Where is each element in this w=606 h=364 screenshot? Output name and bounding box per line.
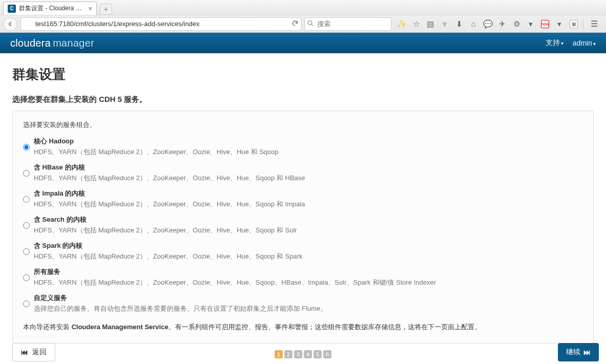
- option-title: 自定义服务: [34, 293, 583, 303]
- option-desc: 选择您自己的服务。将自动包含所选服务需要的服务。只有在设置了初始群集之后才能添加…: [34, 304, 583, 313]
- option-title: 含 HBase 的内核: [34, 163, 583, 172]
- option-all-services[interactable]: 所有服务 HDFS、YARN（包括 MapReduce 2）、ZooKeeper…: [23, 267, 583, 287]
- option-title: 所有服务: [34, 267, 583, 276]
- news-icon[interactable]: new: [540, 19, 550, 29]
- option-desc: HDFS、YARN（包括 MapReduce 2）、ZooKeeper、Oozi…: [34, 226, 583, 235]
- back-button[interactable]: ⏮ 返回: [12, 343, 55, 361]
- pocket-icon[interactable]: ▿: [440, 19, 450, 29]
- option-impala[interactable]: 含 Impala 的内核 HDFS、YARN（包括 MapReduce 2）、Z…: [23, 189, 583, 209]
- back-button[interactable]: [3, 17, 17, 31]
- option-desc: HDFS、YARN（包括 MapReduce 2）、ZooKeeper、Oozi…: [34, 200, 583, 209]
- option-title: 含 Spark 的内核: [34, 241, 583, 250]
- option-desc: HDFS、YARN（包括 MapReduce 2）、ZooKeeper、Oozi…: [34, 147, 583, 157]
- star-icon[interactable]: ☆: [411, 19, 421, 29]
- radio-all[interactable]: [23, 268, 30, 287]
- tab-title: 群集设置 - Cloudera Ma...: [19, 4, 85, 13]
- continue-button[interactable]: 继续 ⏭: [558, 343, 599, 361]
- close-tab-icon[interactable]: ×: [89, 5, 92, 12]
- addon-icon[interactable]: ⚙: [511, 19, 522, 29]
- home-icon[interactable]: ⌂: [468, 19, 479, 29]
- options-panel: 选择要安装的服务组合。 核心 Hadoop HDFS、YARN（包括 MapRe…: [12, 111, 594, 344]
- app-header: clouderamanager 支持▾ admin▾: [0, 33, 606, 53]
- option-title: 含 Impala 的内核: [34, 189, 583, 198]
- page-3[interactable]: 3: [294, 350, 302, 358]
- search-input[interactable]: [305, 17, 392, 31]
- option-desc: HDFS、YARN（包括 MapReduce 2）、ZooKeeper、Oozi…: [34, 174, 583, 183]
- send-icon[interactable]: ✈: [497, 19, 507, 29]
- page-subtitle: 选择您要在群集上安装的 CDH 5 服务。: [12, 95, 594, 104]
- dropdown-icon[interactable]: ▾: [526, 19, 536, 29]
- radio-custom[interactable]: [23, 294, 30, 313]
- option-spark[interactable]: 含 Spark 的内核 HDFS、YARN（包括 MapReduce 2）、Zo…: [23, 241, 583, 261]
- brand-logo[interactable]: clouderamanager: [10, 37, 94, 49]
- page-4[interactable]: 4: [304, 350, 312, 358]
- header-right: 支持▾ admin▾: [546, 38, 596, 48]
- url-bar: ✨ ☆ ▤ ▿ ⬇ ⌂ 💬 ✈ ⚙ ▾ new ▾ ▦ ☰: [0, 15, 606, 32]
- continue-icon: ⏭: [583, 348, 591, 356]
- divider: [583, 19, 583, 29]
- option-custom[interactable]: 自定义服务 选择您自己的服务。将自动包含所选服务需要的服务。只有在设置了初始群集…: [23, 293, 583, 313]
- browser-tab[interactable]: C 群集设置 - Cloudera Ma... ×: [3, 2, 97, 15]
- radio-core-hadoop[interactable]: [23, 138, 30, 157]
- radio-impala[interactable]: [23, 190, 30, 209]
- page-6[interactable]: 6: [323, 350, 332, 358]
- radio-search[interactable]: [23, 216, 30, 235]
- extension-icon[interactable]: ✨: [397, 19, 407, 29]
- page-1[interactable]: 1: [275, 350, 283, 358]
- box-icon[interactable]: ▦: [569, 19, 579, 29]
- page-2[interactable]: 2: [285, 350, 293, 358]
- hamburger-icon[interactable]: ☰: [588, 17, 601, 31]
- toolbar-icons: ✨ ☆ ▤ ▿ ⬇ ⌂ 💬 ✈ ⚙ ▾ new ▾ ▦ ☰: [395, 17, 603, 31]
- search-wrap: [305, 17, 392, 31]
- content: 群集设置 选择您要在群集上安装的 CDH 5 服务。 选择要安装的服务组合。 核…: [0, 53, 606, 364]
- library-icon[interactable]: ▤: [425, 19, 436, 29]
- svg-point-1: [308, 20, 312, 25]
- reload-icon[interactable]: [292, 20, 298, 28]
- option-core-hadoop[interactable]: 核心 Hadoop HDFS、YARN（包括 MapReduce 2）、ZooK…: [23, 137, 583, 157]
- dropdown2-icon[interactable]: ▾: [554, 19, 565, 29]
- favicon-icon: C: [8, 5, 16, 13]
- option-title: 含 Search 的内核: [34, 215, 583, 224]
- pagination: 1 2 3 4 5 6: [275, 350, 332, 358]
- search-icon: [307, 20, 314, 28]
- new-tab-button[interactable]: +: [100, 4, 112, 15]
- footnote: 本向导还将安装 Cloudera Management Service。有一系列…: [23, 323, 583, 332]
- panel-intro: 选择要安装的服务组合。: [23, 120, 583, 130]
- url-input-wrap: [20, 17, 301, 31]
- page-title: 群集设置: [12, 66, 594, 83]
- url-input[interactable]: [20, 17, 301, 31]
- support-menu[interactable]: 支持▾: [546, 38, 564, 48]
- option-search[interactable]: 含 Search 的内核 HDFS、YARN（包括 MapReduce 2）、Z…: [23, 215, 583, 235]
- option-desc: HDFS、YARN（包括 MapReduce 2）、ZooKeeper、Oozi…: [34, 278, 583, 287]
- browser-chrome: C 群集设置 - Cloudera Ma... × + ✨ ☆: [0, 0, 606, 33]
- radio-hbase[interactable]: [23, 164, 30, 183]
- download-icon[interactable]: ⬇: [454, 19, 464, 29]
- radio-spark[interactable]: [23, 242, 30, 261]
- option-title: 核心 Hadoop: [34, 137, 583, 146]
- option-desc: HDFS、YARN（包括 MapReduce 2）、ZooKeeper、Oozi…: [34, 252, 583, 261]
- chat-icon[interactable]: 💬: [483, 19, 493, 29]
- tab-bar: C 群集设置 - Cloudera Ma... × +: [0, 0, 606, 15]
- page-5[interactable]: 5: [314, 350, 322, 358]
- option-hbase[interactable]: 含 HBase 的内核 HDFS、YARN（包括 MapReduce 2）、Zo…: [23, 163, 583, 183]
- admin-menu[interactable]: admin▾: [573, 39, 596, 47]
- back-icon: ⏮: [21, 348, 28, 356]
